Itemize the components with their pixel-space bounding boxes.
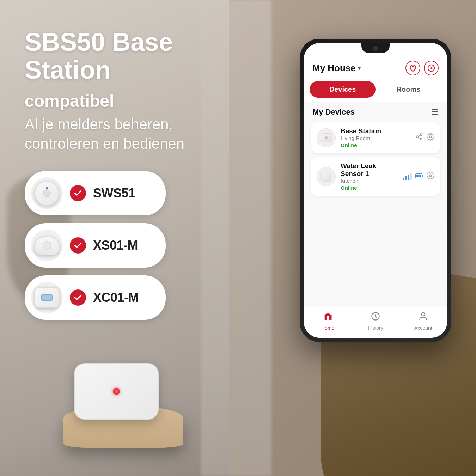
svg-point-9 xyxy=(429,136,432,138)
device-item-water-sensor[interactable]: Water Leak Sensor 1 Kitchen Online xyxy=(311,157,440,196)
app-screen: My House ▾ xyxy=(304,43,447,338)
phone-notch xyxy=(361,43,390,53)
product-name-xc01m: XC01-M xyxy=(93,290,139,305)
brand-name: SBS50 xyxy=(25,28,105,56)
base-station-location: Living Room xyxy=(341,135,410,141)
svg-point-6 xyxy=(420,138,422,140)
water-settings-icon[interactable] xyxy=(427,172,434,181)
water-sensor-icon xyxy=(317,167,336,186)
water-sensor-location: Kitchen xyxy=(341,178,398,184)
signal-bar-1 xyxy=(403,178,404,180)
xc01-screen xyxy=(41,294,53,301)
product-image-xc01m xyxy=(31,282,63,313)
water-sensor-info: Water Leak Sensor 1 Kitchen Online xyxy=(341,162,398,191)
account-nav-label: Account xyxy=(414,325,432,331)
phone-container: My House ▾ xyxy=(300,39,451,342)
tab-devices[interactable]: Devices xyxy=(310,81,376,98)
subtitle: compatibel xyxy=(25,91,229,111)
nav-history[interactable]: History xyxy=(352,311,399,331)
svg-line-8 xyxy=(418,135,420,136)
signal-bar-4 xyxy=(410,173,412,180)
svg-line-7 xyxy=(418,137,420,139)
water-sensor-status: Online xyxy=(341,185,398,191)
account-nav-icon xyxy=(418,311,428,324)
description: Al je melders beheren, controleren en be… xyxy=(25,115,229,153)
signal-bar-3 xyxy=(408,175,409,180)
phone-camera xyxy=(373,46,378,51)
svg-point-4 xyxy=(420,134,422,136)
battery-icon xyxy=(415,173,423,180)
sws51-device-icon xyxy=(35,181,59,206)
devices-header: My Devices ☰ xyxy=(311,108,440,117)
product-card-xc01m: XC01-M xyxy=(25,275,166,320)
svg-rect-11 xyxy=(422,175,423,177)
phone-outer: My House ▾ xyxy=(300,39,451,342)
app-title-group[interactable]: My House ▾ xyxy=(312,63,361,74)
home-nav-icon xyxy=(323,311,333,324)
base-station-physical xyxy=(74,363,166,427)
product-image-sws51 xyxy=(31,177,63,209)
signal-bar-2 xyxy=(405,176,407,180)
my-devices-title: My Devices xyxy=(312,108,355,117)
base-station-actions xyxy=(415,133,434,142)
nav-home[interactable]: Home xyxy=(304,311,352,331)
history-nav-label: History xyxy=(368,325,383,331)
app-title: My House xyxy=(312,63,356,74)
base-station-name: Base Station xyxy=(341,127,410,135)
svg-point-15 xyxy=(422,313,425,316)
svg-point-5 xyxy=(416,136,419,138)
desc-line1: Al je melders beheren, xyxy=(25,116,173,133)
main-headline: SBS50 Base Station xyxy=(25,28,229,84)
base-station-info: Base Station Living Room Online xyxy=(341,127,410,148)
tab-rooms[interactable]: Rooms xyxy=(376,81,441,98)
svg-point-13 xyxy=(429,175,432,177)
bs-mini-led xyxy=(325,136,328,139)
phone-screen: My House ▾ xyxy=(304,43,447,338)
bottom-nav: Home History xyxy=(304,307,447,338)
check-badge-xs01m xyxy=(70,237,86,254)
sws51-led xyxy=(46,187,48,189)
product-card-xs01m: XS01-M xyxy=(25,223,166,268)
settings-icon[interactable] xyxy=(427,133,434,142)
product-image-xs01m xyxy=(31,230,63,261)
check-badge-sws51 xyxy=(70,185,86,201)
svg-rect-12 xyxy=(416,175,421,177)
left-content-area: SBS50 Base Station compatibel Al je meld… xyxy=(25,28,229,320)
add-icon-button[interactable] xyxy=(424,61,439,75)
water-sensor-name: Water Leak Sensor 1 xyxy=(341,162,398,178)
base-station-status: Online xyxy=(341,142,410,148)
water-sensor-actions xyxy=(403,172,434,181)
menu-icon[interactable]: ☰ xyxy=(432,108,439,117)
check-badge-xc01m xyxy=(70,289,86,306)
base-station-icon xyxy=(317,128,336,147)
product-name-sws51: SWS51 xyxy=(93,186,135,201)
dropdown-arrow-icon: ▾ xyxy=(358,65,361,72)
devices-content: My Devices ☰ Base Station xyxy=(304,102,447,307)
base-station-body xyxy=(74,363,159,420)
base-station-led xyxy=(113,388,120,395)
product-card-sws51: SWS51 xyxy=(25,171,166,215)
home-nav-label: Home xyxy=(321,325,334,331)
nav-account[interactable]: Account xyxy=(399,311,447,331)
share-icon[interactable] xyxy=(415,133,423,142)
xc01-device-icon xyxy=(35,287,59,308)
header-icons xyxy=(405,61,439,75)
app-tabs: Devices Rooms xyxy=(304,81,447,102)
product-name-xs01m: XS01-M xyxy=(93,238,138,253)
product-cards: SWS51 XS01-M xyxy=(25,171,229,320)
alert-icon-button[interactable] xyxy=(405,61,420,75)
signal-bars xyxy=(403,173,412,180)
device-item-base-station[interactable]: Base Station Living Room Online xyxy=(311,122,440,153)
history-nav-icon xyxy=(371,311,380,324)
xs01-device-icon xyxy=(35,236,59,255)
water-sensor-mini-icon xyxy=(321,172,331,182)
desc-line2: controleren en bedienen xyxy=(25,135,184,152)
base-station-mini-icon xyxy=(320,133,332,142)
